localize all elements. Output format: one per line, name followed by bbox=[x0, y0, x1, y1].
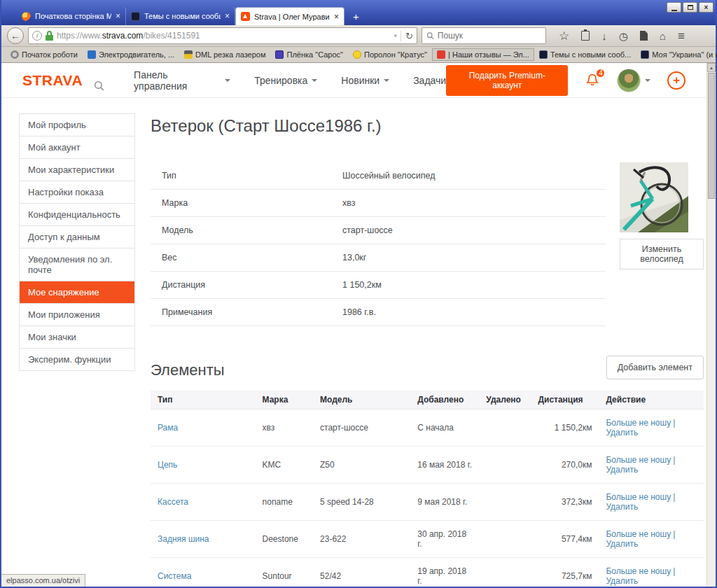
reload-icon[interactable]: ↻ bbox=[401, 31, 413, 41]
url-text[interactable]: https://www.strava.com/bikes/4151591 bbox=[57, 31, 391, 41]
bookmarks-menu-icon[interactable] bbox=[581, 31, 590, 41]
sidebar-item-data-access[interactable]: Доступ к данным bbox=[20, 226, 134, 248]
sidebar-item-my-badges[interactable]: Мои значки bbox=[20, 326, 134, 349]
strava-logo[interactable]: STRAVA bbox=[22, 72, 83, 89]
chevron-down-icon bbox=[312, 79, 317, 82]
action-separator: | bbox=[671, 529, 677, 539]
bookmarks-bar: Початок роботи Электродвигатель, ... DML… bbox=[1, 47, 716, 63]
cell-added: 9 мая 2018 г. bbox=[410, 484, 479, 521]
downloads-icon[interactable]: ↓ bbox=[601, 31, 607, 41]
bookmark-item[interactable]: Моя "Украина" (и ко... bbox=[636, 48, 717, 61]
nav-training[interactable]: Тренировка bbox=[254, 75, 317, 86]
retire-link[interactable]: Больше не ношу bbox=[606, 455, 671, 465]
maximize-icon bbox=[688, 5, 693, 10]
delete-link[interactable]: Удалить bbox=[606, 576, 638, 586]
search-input[interactable] bbox=[438, 31, 541, 41]
history-icon[interactable]: ◷ bbox=[619, 31, 628, 41]
delete-link[interactable]: Удалить bbox=[606, 465, 638, 475]
bookmark-item[interactable]: Темы с новыми сооб... bbox=[534, 48, 636, 61]
bookmark-item[interactable]: Электродвигатель, ... bbox=[83, 48, 179, 61]
sidebar-item-my-apps[interactable]: Мои приложения bbox=[20, 304, 134, 326]
bookmark-item[interactable]: Плёнка "Сарос" bbox=[270, 48, 347, 61]
close-button[interactable]: × bbox=[699, 2, 713, 13]
delete-link[interactable]: Удалить bbox=[606, 428, 638, 438]
search-box[interactable] bbox=[422, 27, 546, 44]
back-button[interactable]: ← bbox=[7, 27, 24, 44]
url-bar[interactable]: i https://www.strava.com/bikes/4151591 ▾… bbox=[28, 27, 417, 44]
delete-link[interactable]: Удалить bbox=[606, 502, 638, 512]
edit-bike-button[interactable]: Изменить велосипед bbox=[620, 239, 704, 270]
components-table: Тип Марка Модель Добавлено Удалено Диста… bbox=[151, 391, 704, 587]
bookmark-label: Початок роботи bbox=[22, 50, 78, 59]
tab-strava-active[interactable]: Strava | Олег Муравицкий | ... × bbox=[235, 7, 344, 25]
scrollbar-thumb[interactable] bbox=[708, 73, 715, 199]
sidebar-item-privacy[interactable]: Конфиденциальность bbox=[20, 204, 134, 226]
action-separator: | bbox=[671, 566, 677, 576]
detail-label: Дистанция bbox=[162, 280, 342, 290]
strava-icon bbox=[241, 12, 250, 21]
table-row: Цепь KMC Z50 16 мая 2018 г. 270,0км Боль… bbox=[151, 447, 704, 484]
gift-premium-button[interactable]: Подарить Premium-аккаунт bbox=[446, 65, 568, 96]
retire-link[interactable]: Больше не ношу bbox=[606, 566, 671, 576]
tab-mozilla-start[interactable]: Початкова сторінка Mozilla ... × bbox=[17, 7, 126, 25]
retire-link[interactable]: Больше не ношу bbox=[606, 529, 671, 539]
add-component-button[interactable]: Добавить элемент bbox=[606, 356, 704, 379]
lock-icon[interactable] bbox=[46, 31, 53, 41]
delete-link[interactable]: Удалить bbox=[606, 539, 638, 549]
close-icon[interactable]: × bbox=[334, 12, 339, 22]
tab-forum-topics[interactable]: Темы с новыми сообщениям... × bbox=[126, 7, 235, 25]
firefox-icon bbox=[22, 12, 31, 21]
retire-link[interactable]: Больше не ношу bbox=[606, 492, 671, 502]
nav-explore[interactable]: Новинки bbox=[341, 75, 389, 86]
nav-label: Панель управления bbox=[134, 69, 221, 92]
sidebar-item-display[interactable]: Настройки показа bbox=[20, 181, 134, 204]
profile-menu[interactable] bbox=[617, 69, 650, 92]
detail-row-model: Модельстарт-шоссе bbox=[151, 217, 606, 244]
sidebar-item-account[interactable]: Мой аккаунт bbox=[20, 136, 134, 159]
search-icon[interactable] bbox=[94, 80, 104, 91]
cell-model: 52/42 bbox=[313, 558, 410, 587]
site-info-icon[interactable]: i bbox=[32, 31, 42, 41]
cell-added: 19 апр. 2018 г. bbox=[410, 558, 479, 587]
cell-removed bbox=[479, 410, 531, 447]
component-link[interactable]: Рама bbox=[158, 423, 178, 433]
notifications-button[interactable]: 4 bbox=[585, 73, 600, 88]
cell-model: 5 speed 14-28 bbox=[313, 484, 410, 521]
col-header-added: Добавлено bbox=[410, 391, 479, 410]
tab-title: Темы с новыми сообщениям... bbox=[144, 12, 221, 20]
close-icon[interactable]: × bbox=[116, 11, 120, 21]
bike-details-section: ТипШоссейный велосипед Маркахвз Модельст… bbox=[151, 162, 704, 326]
hamburger-menu-icon[interactable]: ≡ bbox=[678, 30, 685, 42]
nav-label: Задачи bbox=[413, 75, 446, 86]
bookmark-star-icon[interactable]: ☆ bbox=[559, 30, 569, 42]
bookmark-item[interactable]: Початок роботи bbox=[6, 48, 83, 61]
bookmark-item[interactable]: | Наши отзывы — Эл... bbox=[432, 48, 534, 61]
scroll-up-arrow-icon[interactable]: ▲ bbox=[707, 63, 716, 72]
sidebar-item-experimental[interactable]: Эксперим. функции bbox=[20, 349, 134, 371]
sidebar-item-characteristics[interactable]: Мои характеристики bbox=[20, 159, 134, 181]
close-icon[interactable]: × bbox=[225, 11, 230, 21]
scrollbar[interactable]: ▲ bbox=[706, 63, 716, 587]
nav-dashboard[interactable]: Панель управления bbox=[134, 69, 230, 92]
home-icon[interactable]: ⌂ bbox=[660, 31, 666, 41]
sidebar-item-profile[interactable]: Мой профиль bbox=[20, 114, 134, 136]
new-tab-button[interactable]: + bbox=[344, 10, 368, 25]
url-dropdown-icon[interactable]: ▾ bbox=[394, 32, 398, 39]
component-link[interactable]: Кассета bbox=[158, 497, 188, 507]
bookmark-label: Плёнка "Сарос" bbox=[286, 50, 342, 59]
component-link[interactable]: Система bbox=[158, 571, 191, 581]
retire-link[interactable]: Больше не ношу bbox=[606, 418, 671, 428]
pocket-page-icon[interactable] bbox=[640, 31, 648, 41]
sidebar-item-my-gear[interactable]: Мое снаряжение bbox=[20, 281, 134, 304]
component-link[interactable]: Цепь bbox=[158, 460, 177, 470]
maximize-button[interactable] bbox=[683, 2, 697, 13]
add-activity-button[interactable]: + bbox=[667, 71, 685, 90]
minimize-button[interactable] bbox=[667, 2, 681, 13]
bookmark-item[interactable]: Поролон "Кратус" bbox=[348, 48, 432, 61]
sidebar-item-email-notifications[interactable]: Уведомления по эл. почте bbox=[20, 248, 134, 281]
nav-label: Тренировка bbox=[254, 75, 307, 86]
component-link[interactable]: Задняя шина bbox=[158, 534, 209, 544]
cell-distance: 725,7км bbox=[531, 558, 599, 587]
nav-challenges[interactable]: Задачи bbox=[413, 75, 446, 86]
bookmark-item[interactable]: DML резка лазером bbox=[179, 48, 270, 61]
